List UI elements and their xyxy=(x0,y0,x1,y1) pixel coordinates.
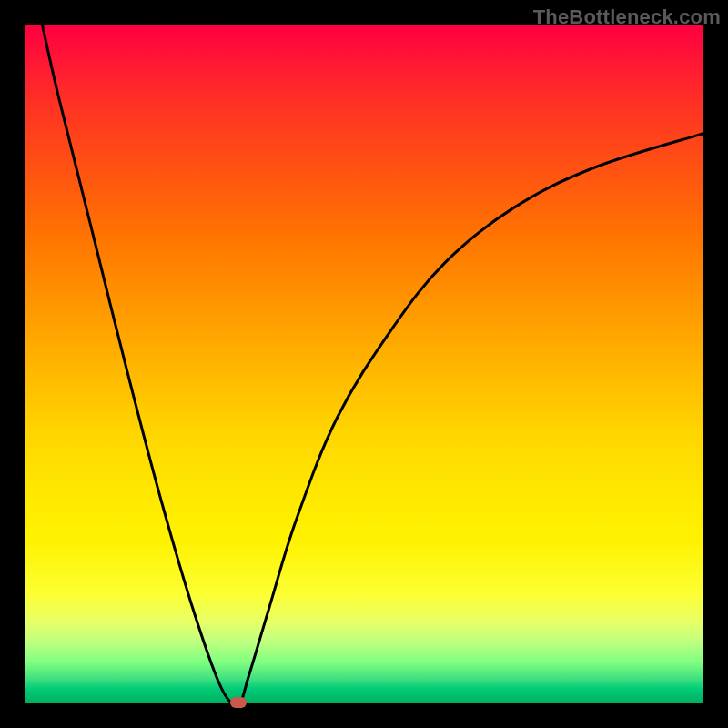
chart-frame: TheBottleneck.com xyxy=(0,0,728,728)
minimum-marker xyxy=(230,697,247,708)
plot-area xyxy=(25,25,703,703)
watermark-text: TheBottleneck.com xyxy=(533,5,721,29)
bottleneck-curve xyxy=(25,25,703,703)
